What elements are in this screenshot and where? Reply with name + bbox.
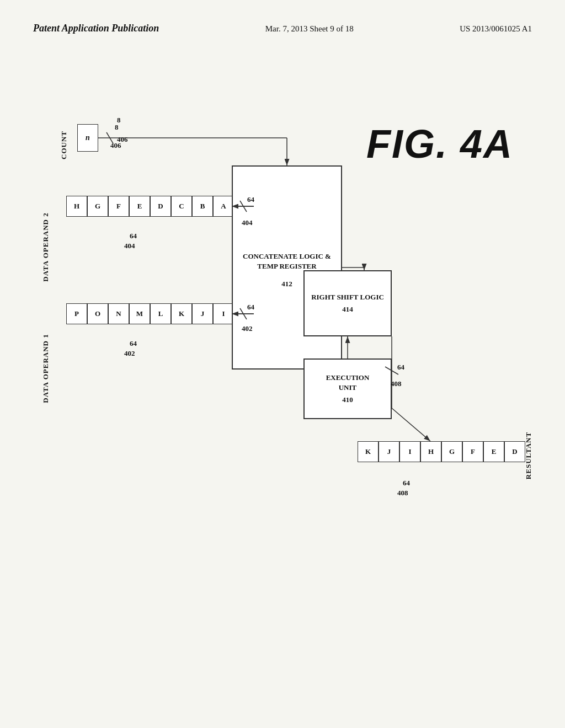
op2-cell-F: F — [108, 196, 129, 217]
op1-cell-O: O — [87, 303, 108, 324]
resultant-width-label: 64 — [403, 479, 410, 488]
svg-line-3 — [106, 132, 113, 143]
op1-cell-P: P — [66, 303, 87, 324]
res-cell-D: D — [504, 441, 525, 462]
count-ref: 406 — [117, 135, 128, 144]
diagram-area: FIG. 4A DATA OPERAND 1 DATA OPERAND 2 CO… — [33, 88, 530, 612]
op2-cell-C: C — [171, 196, 192, 217]
op1-cell-L: L — [150, 303, 171, 324]
concat-block: CONCATENATE LOGIC & TEMP REGISTER 412 — [232, 165, 342, 370]
res-cell-H: H — [420, 441, 441, 462]
concat-block-ref: 412 — [281, 279, 292, 289]
right-shift-block: RIGHT SHIFT LOGIC 414 — [303, 270, 392, 336]
op1-cell-K: K — [171, 303, 192, 324]
op2-cell-B: B — [192, 196, 213, 217]
res-cell-G: G — [441, 441, 462, 462]
patent-number: US 2013/0061025 A1 — [460, 24, 532, 34]
svg-line-24 — [392, 408, 430, 441]
count-cell: n — [77, 124, 98, 152]
op2-ref: 404 — [124, 242, 135, 250]
resultant-label: RESULTANT — [524, 432, 533, 479]
op1-width-label: 64 — [130, 339, 137, 348]
header: Patent Application Publication Mar. 7, 2… — [0, 0, 565, 46]
op2-width-label: 64 — [130, 232, 137, 240]
sheet-info: Mar. 7, 2013 Sheet 9 of 18 — [265, 24, 354, 34]
count-label: COUNT — [60, 131, 68, 159]
svg-text:408: 408 — [391, 379, 402, 388]
op2-cell-H: H — [66, 196, 87, 217]
op1-ref: 402 — [124, 349, 135, 358]
op1-cell-I: I — [213, 303, 234, 324]
right-shift-label: RIGHT SHIFT LOGIC — [311, 292, 384, 302]
op2-cell-D: D — [150, 196, 171, 217]
page: Patent Application Publication Mar. 7, 2… — [0, 0, 565, 728]
op2-cell-A: A — [213, 196, 234, 217]
op1-cell-M: M — [129, 303, 150, 324]
execution-unit-block: EXECUTIONUNIT 410 — [303, 358, 392, 419]
op2-cell-G: G — [87, 196, 108, 217]
res-cell-F: F — [462, 441, 483, 462]
op1-cell-J: J — [192, 303, 213, 324]
figure-label: FIG. 4A — [366, 121, 513, 167]
execution-unit-label: EXECUTIONUNIT — [326, 373, 370, 393]
operand1-label: DATA OPERAND 1 — [41, 334, 50, 403]
right-shift-ref: 414 — [342, 304, 353, 314]
res-cell-K: K — [358, 441, 379, 462]
res-cell-E: E — [483, 441, 504, 462]
publication-title: Patent Application Publication — [33, 22, 159, 35]
op2-cell-E: E — [129, 196, 150, 217]
res-cell-I: I — [399, 441, 420, 462]
res-cell-J: J — [379, 441, 399, 462]
operand2-label: DATA OPERAND 2 — [41, 212, 50, 281]
resultant-ref: 408 — [397, 489, 408, 497]
op1-cell-N: N — [108, 303, 129, 324]
svg-text:64: 64 — [397, 363, 405, 371]
count-width-label: 8 — [117, 116, 121, 125]
execution-unit-ref: 410 — [342, 395, 353, 405]
